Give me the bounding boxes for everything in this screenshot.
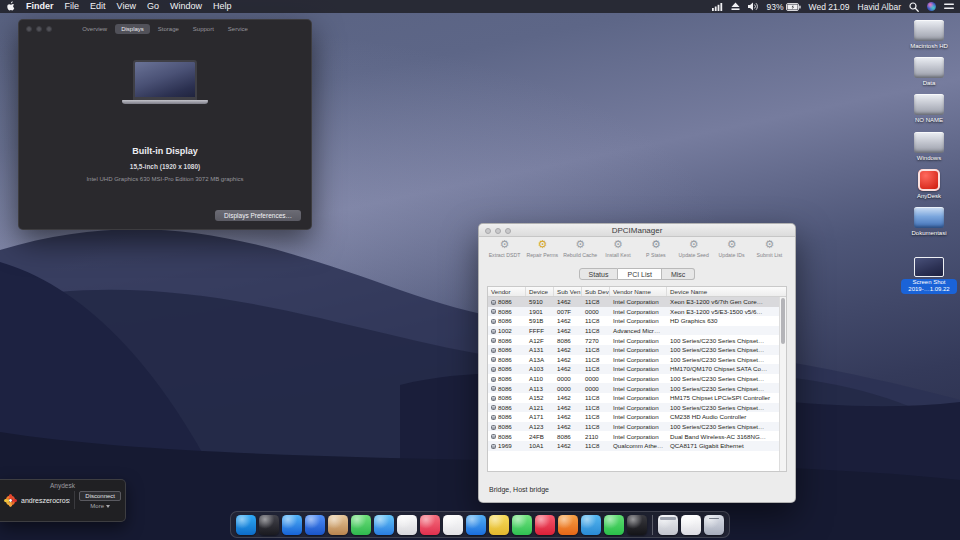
- table-row[interactable]: 8086A11000000000Intel Corporation100 Ser…: [488, 374, 779, 384]
- dock-icon-minimized-window[interactable]: [658, 515, 678, 535]
- cell-sub-dev: 11C8: [582, 327, 610, 334]
- tab-support[interactable]: Support: [187, 24, 220, 34]
- toolbar-label: Update IDs: [719, 252, 745, 258]
- toolbar-update-ids[interactable]: ⚙Update IDs: [713, 239, 750, 266]
- column-header-sub-ven[interactable]: Sub Ven: [554, 287, 582, 296]
- dock-icon-textedit[interactable]: [681, 515, 701, 535]
- dock-icon-calendar[interactable]: [443, 515, 463, 535]
- toolbar-p-states[interactable]: ⚙P States: [637, 239, 674, 266]
- menu-item-view[interactable]: View: [117, 0, 136, 13]
- table-row[interactable]: 8086A131146211C8Intel Corporation100 Ser…: [488, 345, 779, 355]
- dock-icon-trash[interactable]: [704, 515, 724, 535]
- notification-center-icon[interactable]: [944, 2, 954, 11]
- zoom-icon[interactable]: [505, 228, 511, 234]
- table-row[interactable]: 196910A1146211C8Qualcomm Athe…QCA8171 Gi…: [488, 441, 779, 451]
- siri-icon[interactable]: [927, 2, 936, 11]
- eject-icon[interactable]: [731, 2, 740, 11]
- tab-displays[interactable]: Displays: [115, 24, 150, 34]
- scrollbar-thumb[interactable]: [781, 298, 785, 344]
- dock-icon-mail[interactable]: [305, 515, 325, 535]
- menu-item-go[interactable]: Go: [147, 0, 159, 13]
- tab-storage[interactable]: Storage: [152, 24, 185, 34]
- desktop-icon-dokumentasi[interactable]: Dokumentasi: [900, 207, 958, 237]
- dock-icon-siri[interactable]: [259, 515, 279, 535]
- table-row[interactable]: 8086591B146211C8Intel CorporationHD Grap…: [488, 316, 779, 326]
- tab-service[interactable]: Service: [222, 24, 254, 34]
- dock-icon-whatsapp[interactable]: [604, 515, 624, 535]
- scrollbar[interactable]: [779, 297, 786, 471]
- toolbar-update-seed[interactable]: ⚙Update Seed: [675, 239, 712, 266]
- about-tabs: OverviewDisplaysStorageSupportService: [19, 24, 311, 34]
- menu-item-edit[interactable]: Edit: [90, 0, 106, 13]
- toolbar-repair-perms[interactable]: ⚙Repair Perms: [524, 239, 561, 266]
- table-row[interactable]: 8086A103146211C8Intel CorporationHM170/Q…: [488, 364, 779, 374]
- column-header-vendor[interactable]: Vendor: [488, 287, 526, 296]
- dock-icon-terminal[interactable]: [627, 515, 647, 535]
- dock-icon-facetime[interactable]: [512, 515, 532, 535]
- menu-item-window[interactable]: Window: [170, 0, 202, 13]
- tab-overview[interactable]: Overview: [76, 24, 113, 34]
- table-row[interactable]: 1002FFFF146211C8Advanced Micr…: [488, 326, 779, 336]
- dpci-titlebar[interactable]: DPCIManager: [479, 224, 795, 237]
- table-row[interactable]: 8086A12F80867270Intel Corporation100 Ser…: [488, 335, 779, 345]
- toolbar-extract-dsdt[interactable]: ⚙Extract DSDT: [486, 239, 523, 266]
- battery-status[interactable]: 93%: [767, 2, 801, 12]
- cell-vendor: 8086: [488, 317, 526, 324]
- desktop-icon-screen-shot-2019-1-09-22[interactable]: Screen Shot 2019-…1.09.22: [900, 257, 958, 293]
- signal-icon[interactable]: [712, 2, 723, 11]
- column-header-device-name[interactable]: Device Name: [667, 287, 779, 296]
- minimize-icon[interactable]: [495, 228, 501, 234]
- cell-sub-dev: 0000: [582, 308, 610, 315]
- close-icon[interactable]: [485, 228, 491, 234]
- toolbar-rebuild-cache[interactable]: ⚙Rebuild Cache: [562, 239, 599, 266]
- dock-icon-itunes[interactable]: [420, 515, 440, 535]
- desktop-icon-no-name[interactable]: NO NAME: [900, 94, 958, 124]
- dock-icon-notes[interactable]: [328, 515, 348, 535]
- desktop-icon-anydesk[interactable]: AnyDesk: [900, 169, 958, 200]
- menu-item-finder[interactable]: Finder: [26, 0, 54, 13]
- dock-icon-photos[interactable]: [397, 515, 417, 535]
- table-row[interactable]: 8086A171146211C8Intel CorporationCM238 H…: [488, 412, 779, 422]
- tab-pci-list[interactable]: PCI List: [618, 268, 662, 280]
- desktop-icon-label: Windows: [917, 155, 941, 162]
- desktop-icon-windows[interactable]: Windows: [900, 132, 958, 162]
- table-row[interactable]: 8086A11300000000Intel Corporation100 Ser…: [488, 383, 779, 393]
- dock-icon-music[interactable]: [535, 515, 555, 535]
- table-row[interactable]: 8086A121146211C8Intel Corporation100 Ser…: [488, 403, 779, 413]
- menu-clock[interactable]: Wed 21.09: [809, 2, 850, 12]
- more-button[interactable]: More: [79, 503, 121, 509]
- dock-icon-app-store[interactable]: [466, 515, 486, 535]
- tab-misc[interactable]: Misc: [662, 268, 695, 280]
- volume-icon[interactable]: [748, 2, 759, 11]
- menu-item-file[interactable]: File: [65, 0, 80, 13]
- dock-icon-stickies[interactable]: [489, 515, 509, 535]
- dock-icon-messages[interactable]: [351, 515, 371, 535]
- menu-item-help[interactable]: Help: [213, 0, 232, 13]
- disconnect-button[interactable]: Disconnect: [79, 491, 121, 501]
- dock-icon-finder[interactable]: [236, 515, 256, 535]
- table-row[interactable]: 8086A152146211C8Intel CorporationHM175 C…: [488, 393, 779, 403]
- table-row[interactable]: 8086A123146211C8Intel Corporation100 Ser…: [488, 422, 779, 432]
- menu-user[interactable]: Havid Albar: [858, 2, 901, 12]
- desktop-icon-macintosh-hd[interactable]: Macintosh HD: [900, 20, 958, 50]
- column-header-device[interactable]: Device: [526, 287, 554, 296]
- dock-icon-telegram[interactable]: [581, 515, 601, 535]
- displays-preferences-button[interactable]: Displays Preferences…: [215, 210, 301, 221]
- battery-icon: [786, 3, 801, 11]
- table-row[interactable]: 80861901007F0000Intel CorporationXeon E3…: [488, 307, 779, 317]
- apple-menu[interactable]: [6, 1, 15, 12]
- table-row[interactable]: 808624FB80862110Intel CorporationDual Ba…: [488, 431, 779, 441]
- dock-icon-maps[interactable]: [374, 515, 394, 535]
- desktop-icon-data[interactable]: Data: [900, 57, 958, 87]
- toolbar-install-kext[interactable]: ⚙Install Kext: [600, 239, 637, 266]
- column-header-vendor-name[interactable]: Vendor Name: [610, 287, 667, 296]
- cell-device: A12F: [526, 337, 554, 344]
- dock-icon-safari[interactable]: [282, 515, 302, 535]
- spotlight-search-icon[interactable]: [909, 2, 919, 12]
- toolbar-submit-list[interactable]: ⚙Submit List: [751, 239, 788, 266]
- table-row[interactable]: 80865910146211C8Intel CorporationXeon E3…: [488, 297, 779, 307]
- column-header-sub-dev[interactable]: Sub Dev: [582, 287, 610, 296]
- table-row[interactable]: 8086A13A146211C8Intel Corporation100 Ser…: [488, 355, 779, 365]
- tab-status[interactable]: Status: [579, 268, 619, 280]
- dock-icon-firefox[interactable]: [558, 515, 578, 535]
